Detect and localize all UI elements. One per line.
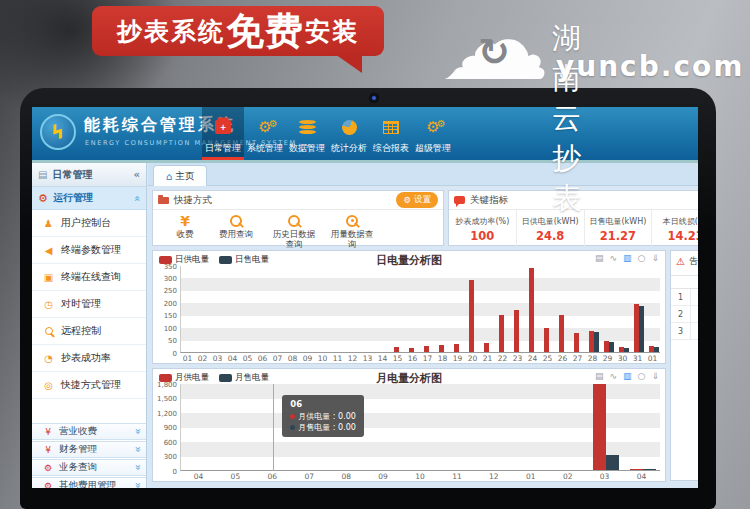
data-view-icon[interactable]: ▤ — [595, 253, 604, 264]
restore-icon[interactable]: ○ — [638, 253, 646, 264]
bar-日供电量-21 — [484, 343, 489, 352]
sidebar: ▤ 日常管理 « ⚙ 运行管理 « ♟用户控制台◀终端参数管理▣终端在线查询◷对… — [32, 163, 147, 488]
sidebar-item-终端在线查询[interactable]: ▣终端在线查询 — [32, 264, 146, 291]
sidebar-item-label: 终端在线查询 — [61, 270, 121, 284]
menu-icon: ▤ — [38, 169, 47, 180]
shortcut-list: ¥收费费用查询历史日数据查询用量数据查询 — [153, 210, 443, 250]
x-axis-tick: 23 — [510, 354, 525, 363]
comment-icon — [454, 196, 465, 204]
nav-item-label: 日常管理 — [205, 142, 241, 155]
sidebar-item-用户控制台[interactable]: ♟用户控制台 — [32, 210, 146, 237]
x-axis-tick: 04 — [623, 472, 660, 481]
sidebar-item-label: 远程控制 — [61, 324, 101, 338]
bar-日供电量-17 — [424, 346, 429, 352]
y-axis-tick: 900 — [153, 424, 177, 432]
shortcuts-title: 快捷方式 — [174, 194, 212, 207]
alarm-row[interactable]: 1 — [671, 289, 698, 306]
shortcut-收费[interactable]: ¥收费 — [163, 213, 207, 250]
y-axis-tick: 200 — [153, 300, 177, 308]
x-axis-tick: 01 — [512, 472, 549, 481]
x-axis-tick: 13 — [360, 354, 375, 363]
kpi-抄表成功率(%): 抄表成功率(%)100 — [449, 210, 517, 246]
shortcut-费用查询[interactable]: 费用查询 — [207, 213, 265, 250]
alarm-row[interactable]: 2 — [671, 306, 698, 323]
shortcut-label: 历史日数据查询 — [272, 230, 316, 250]
nav-item-系统管理[interactable]: ⚙⚙系统管理 — [244, 107, 286, 160]
sidebar-item-终端参数管理[interactable]: ◀终端参数管理 — [32, 237, 146, 264]
main-nav: 日常管理⚙⚙系统管理数据管理统计分析综合报表⚙⚙超级管理 — [202, 107, 454, 160]
shortcut-用量数据查询[interactable]: 用量数据查询 — [323, 213, 381, 250]
sidebar-section-财务管理[interactable]: ¥财务管理« — [32, 441, 146, 458]
calendar-icon — [215, 114, 231, 140]
nav-item-超级管理[interactable]: ⚙⚙超级管理 — [412, 107, 454, 160]
gears-icon: ⚙⚙ — [258, 114, 271, 140]
bar-日供电量-20 — [469, 280, 474, 352]
page-background: 抄表系统免费安装 ☁ ↻ 湖南云抄表 yuncb.com ϟ 能耗综合管理系统 … — [0, 0, 750, 509]
x-axis-tick: 28 — [585, 354, 600, 363]
data-view-icon[interactable]: ▤ — [595, 371, 604, 382]
chevron-down-icon: « — [131, 482, 142, 488]
alarm-row-number: 2 — [671, 306, 691, 322]
sidebar-section-running-mgmt[interactable]: ⚙ 运行管理 « — [32, 187, 146, 210]
bar-日售电量-30 — [624, 348, 629, 352]
gear-icon: ⚙ — [41, 463, 55, 473]
warning-icon: ⚠ — [676, 256, 685, 267]
sidebar-item-label: 用户控制台 — [61, 216, 111, 230]
sidebar-section-业务查询[interactable]: ⚙业务查询« — [32, 459, 146, 476]
banner-text: 抄表系统 — [117, 15, 225, 48]
brand-domain: yuncb.com — [556, 50, 744, 83]
download-icon[interactable]: ⇓ — [651, 253, 659, 264]
app-header: ϟ 能耗综合管理系统 ENERGY CONSUMPTION MANAGEMENT… — [32, 107, 698, 163]
chart-tooltip: 06月供电量 : 0.00月售电量 : 0.00 — [282, 395, 364, 437]
bar-日供电量-19 — [454, 344, 459, 352]
chart-toolbox: ▤∿▥○⇓ — [595, 253, 659, 264]
sidebar-item-抄表成功率[interactable]: ◔抄表成功率 — [32, 345, 146, 372]
bar-chart-icon[interactable]: ▥ — [623, 371, 632, 382]
chevron-down-icon: « — [131, 446, 142, 452]
nav-item-综合报表[interactable]: 综合报表 — [370, 107, 412, 160]
x-axis-tick: 24 — [525, 354, 540, 363]
sidebar-item-快捷方式管理[interactable]: ◎快捷方式管理 — [32, 372, 146, 399]
y-axis-tick: 100 — [153, 325, 177, 333]
kpi-本日线损(%): 本日线损(%)14.23 — [652, 210, 698, 246]
tab-home[interactable]: ⌂ 主页 — [153, 165, 207, 186]
download-icon[interactable]: ⇓ — [651, 371, 659, 382]
search-icon — [288, 215, 300, 227]
line-chart-icon[interactable]: ∿ — [610, 371, 618, 382]
y-axis-tick: 250 — [153, 287, 177, 295]
alarm-row[interactable]: 3 — [671, 323, 698, 340]
nav-item-统计分析[interactable]: 统计分析 — [328, 107, 370, 160]
sidebar-section-其他费用管理[interactable]: ⚙其他费用管理« — [32, 477, 146, 488]
sidebar-item-对时管理[interactable]: ◷对时管理 — [32, 291, 146, 318]
restore-icon[interactable]: ○ — [638, 371, 646, 382]
bar-chart-icon[interactable]: ▥ — [623, 253, 632, 264]
banner-highlight: 免费 — [226, 6, 304, 57]
collapse-sidebar-icon[interactable]: « — [134, 169, 140, 180]
speaker-icon: ◀ — [41, 245, 56, 256]
tooltip-row-text: 月供电量 : 0.00 — [298, 411, 356, 422]
x-axis-tick: 07 — [270, 354, 285, 363]
banner-text: 安装 — [305, 15, 359, 48]
x-axis-tick: 09 — [365, 472, 402, 481]
sidebar-item-远程控制[interactable]: 远程控制 — [32, 318, 146, 345]
monthly-chart-plot: 06月供电量 : 0.00月售电量 : 0.00 — [180, 384, 660, 471]
bar-日供电量-27 — [574, 333, 579, 352]
tooltip-row: 月供电量 : 0.00 — [290, 411, 356, 422]
x-axis-tick: 26 — [555, 354, 570, 363]
settings-button[interactable]: ⚙ 设置 — [396, 192, 438, 208]
yen-icon: ¥ — [41, 445, 55, 455]
x-axis-tick: 19 — [450, 354, 465, 363]
tab-strip: ⌂ 主页 — [148, 163, 698, 186]
x-axis-tick: 08 — [285, 354, 300, 363]
nav-item-日常管理[interactable]: 日常管理 — [202, 107, 244, 160]
kpi-日售电量(kWH): 日售电量(kWH)21.27 — [585, 210, 653, 246]
sidebar-section-label: 运行管理 — [53, 191, 93, 205]
sidebar-section-营业收费[interactable]: ¥营业收费« — [32, 423, 146, 440]
shortcut-历史日数据查询[interactable]: 历史日数据查询 — [265, 213, 323, 250]
x-axis-tick: 15 — [390, 354, 405, 363]
nav-item-数据管理[interactable]: 数据管理 — [286, 107, 328, 160]
line-chart-icon[interactable]: ∿ — [610, 253, 618, 264]
bar-日供电量-23 — [514, 310, 519, 352]
search-dot-icon — [346, 215, 358, 227]
sidebar-item-label: 快捷方式管理 — [61, 378, 121, 392]
